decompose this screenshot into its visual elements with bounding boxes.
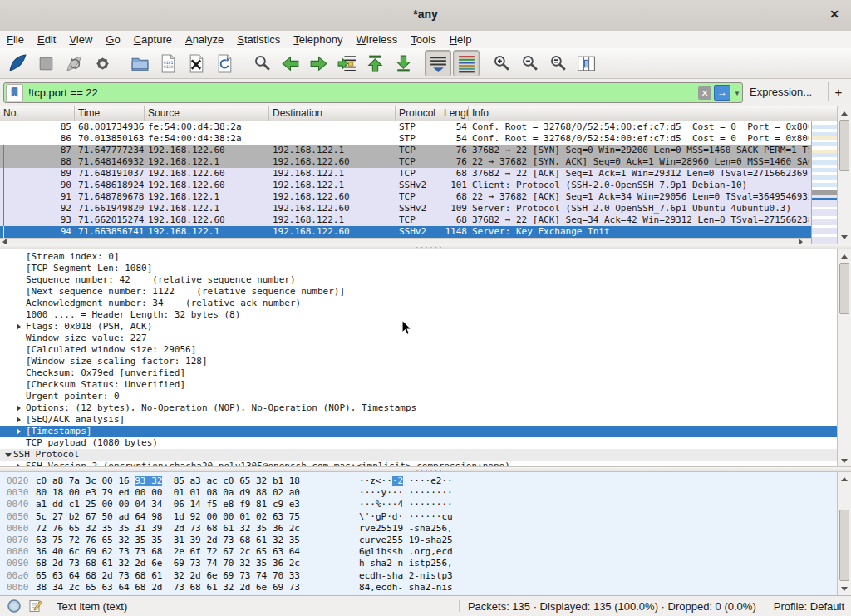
- expression-button[interactable]: Expression...: [750, 86, 812, 98]
- column-header-destination[interactable]: Destination: [269, 106, 396, 121]
- packet-row-94[interactable]: 9471.663856741192.168.122.1192.168.122.6…: [0, 226, 811, 238]
- scroll-down-icon[interactable]: [838, 455, 851, 466]
- packet-row-86[interactable]: 8670.013850163fe:54:00:d4:38:2aSTP54Conf…: [0, 133, 811, 145]
- detail-row-10[interactable]: Checksum: 0x79ed [unverified]: [0, 367, 838, 379]
- menu-help[interactable]: Help: [443, 32, 479, 47]
- menu-telephony[interactable]: Telephony: [287, 32, 349, 47]
- detail-row-11[interactable]: [Checksum Status: Unverified]: [0, 379, 838, 391]
- scroll-down-icon[interactable]: [838, 231, 851, 243]
- packet-row-91[interactable]: 9171.648789678192.168.122.1192.168.122.6…: [0, 191, 811, 203]
- collapsed-arrow-icon[interactable]: [17, 405, 21, 411]
- detail-row-5[interactable]: 1000 .... = Header Length: 32 bytes (8): [0, 309, 838, 321]
- display-filter-box[interactable]: ✕ → ▼: [3, 82, 743, 103]
- collapsed-arrow-icon[interactable]: [17, 428, 21, 435]
- menu-statistics[interactable]: Statistics: [230, 32, 287, 47]
- toolbar-go-to-packet-button[interactable]: [333, 50, 360, 76]
- toolbar-file-open-button[interactable]: [126, 50, 153, 76]
- scrollbar-thumb[interactable]: [839, 510, 849, 581]
- packet-row-93[interactable]: 9371.662015274192.168.122.60192.168.122.…: [0, 214, 811, 226]
- toolbar-go-last-button[interactable]: [390, 50, 416, 76]
- menu-view[interactable]: View: [62, 32, 99, 47]
- toolbar-auto-scroll-button[interactable]: [425, 50, 451, 76]
- expanded-arrow-icon[interactable]: [5, 453, 12, 457]
- menu-tools[interactable]: Tools: [404, 32, 442, 47]
- detail-row-7[interactable]: Window size value: 227: [0, 333, 838, 344]
- toolbar-capture-restart-button[interactable]: [61, 50, 87, 76]
- detail-row-12[interactable]: Urgent pointer: 0: [0, 391, 838, 402]
- toolbar-file-close-button[interactable]: [183, 50, 209, 76]
- toolbar-zoom-out-button[interactable]: [516, 50, 543, 76]
- intelligent-scrollbar-minimap[interactable]: [811, 121, 838, 244]
- detail-row-13[interactable]: Options: (12 bytes), No-Operation (NOP),…: [0, 402, 838, 414]
- menu-analyze[interactable]: Analyze: [179, 32, 230, 47]
- detail-row-1[interactable]: [TCP Segment Len: 1080]: [0, 263, 838, 274]
- bookmark-icon[interactable]: [6, 84, 23, 101]
- expert-info-icon[interactable]: [7, 599, 22, 614]
- detail-row-0[interactable]: [Stream index: 0]: [0, 251, 838, 263]
- toolbar-zoom-in-button[interactable]: [488, 50, 514, 76]
- toolbar-go-first-button[interactable]: [362, 50, 388, 76]
- detail-row-8[interactable]: [Calculated window size: 29056]: [0, 344, 838, 356]
- packet-row-87[interactable]: 8771.647777234192.168.122.60192.168.122.…: [0, 145, 811, 156]
- toolbar-resize-columns-button[interactable]: [573, 50, 599, 76]
- hex-row-0070[interactable]: 007063 75 72 76 65 32 35 35 31 39 2d 73 …: [0, 535, 838, 546]
- hex-row-0090[interactable]: 009068 2d 73 68 61 32 2d 6e 69 73 74 70 …: [0, 558, 838, 569]
- pane-splitter[interactable]: ······: [0, 244, 851, 249]
- toolbar-capture-stop-button[interactable]: [32, 50, 59, 76]
- packet-row-85[interactable]: 8568.001734936fe:54:00:d4:38:2aSTP54Conf…: [0, 121, 811, 133]
- hex-row-0020[interactable]: 0020c0 a8 7a 3c 00 16 93 32 85 a3 ac c0 …: [0, 476, 838, 487]
- filter-input[interactable]: [23, 86, 698, 100]
- capture-comment-icon[interactable]: [28, 599, 43, 614]
- add-filter-button[interactable]: +: [828, 82, 849, 101]
- packet-row-88[interactable]: 8871.648146932192.168.122.1192.168.122.6…: [0, 156, 811, 168]
- menu-file[interactable]: File: [0, 32, 31, 47]
- toolbar-go-back-button[interactable]: [277, 50, 303, 76]
- column-header-info[interactable]: Info: [469, 106, 809, 121]
- scroll-down-icon[interactable]: [838, 583, 851, 594]
- detail-scrollbar[interactable]: [837, 249, 851, 467]
- packet-list-hscrollbar[interactable]: [0, 238, 811, 244]
- hex-row-00a0[interactable]: 00a065 63 64 68 2d 73 68 61 32 2d 6e 69 …: [0, 570, 838, 582]
- packet-row-89[interactable]: 8971.648191037192.168.122.60192.168.122.…: [0, 168, 811, 180]
- column-header-time[interactable]: Time: [75, 106, 145, 121]
- scroll-up-icon[interactable]: [838, 107, 851, 119]
- column-header-length[interactable]: Length: [440, 106, 469, 121]
- filter-dropdown-icon[interactable]: ▼: [732, 85, 742, 101]
- detail-row-2[interactable]: Sequence number: 42 (relative sequence n…: [0, 274, 838, 286]
- hex-row-0050[interactable]: 00505c 27 b2 67 50 ad 64 98 1d 92 00 00 …: [0, 511, 838, 523]
- hex-row-00b0[interactable]: 00b038 34 2c 65 63 64 68 2d 73 68 61 32 …: [0, 582, 838, 594]
- collapsed-arrow-icon[interactable]: [17, 323, 21, 330]
- detail-row-9[interactable]: [Window size scaling factor: 128]: [0, 356, 838, 367]
- hex-row-0030[interactable]: 003080 18 00 e3 79 ed 00 00 01 01 08 0a …: [0, 487, 838, 499]
- toolbar-file-save-button[interactable]: 01010110: [155, 50, 181, 76]
- menu-capture[interactable]: Capture: [127, 32, 179, 47]
- detail-row-4[interactable]: Acknowledgment number: 34 (relative ack …: [0, 298, 838, 309]
- filter-clear-icon[interactable]: ✕: [698, 86, 711, 100]
- detail-row-6[interactable]: Flags: 0x018 (PSH, ACK): [0, 321, 838, 333]
- collapsed-arrow-icon[interactable]: [17, 416, 21, 423]
- column-header-protocol[interactable]: Protocol: [396, 106, 440, 121]
- scroll-up-icon[interactable]: [838, 250, 851, 262]
- detail-row-14[interactable]: [SEQ/ACK analysis]: [0, 414, 838, 426]
- scroll-up-icon[interactable]: [838, 473, 851, 485]
- hex-row-0080[interactable]: 008036 40 6c 69 62 73 73 68 2e 6f 72 67 …: [0, 546, 838, 558]
- filter-apply-icon[interactable]: →: [714, 85, 730, 101]
- detail-row-16[interactable]: TCP payload (1080 bytes): [0, 437, 838, 449]
- menu-edit[interactable]: Edit: [31, 32, 62, 47]
- toolbar-go-forward-button[interactable]: [305, 50, 332, 76]
- close-icon[interactable]: ✕: [829, 7, 839, 21]
- toolbar-capture-start-button[interactable]: [4, 50, 31, 76]
- column-header-no[interactable]: No.: [0, 106, 75, 121]
- toolbar-colorize-button[interactable]: [453, 50, 480, 76]
- toolbar-file-reload-button[interactable]: [211, 50, 238, 76]
- column-header-source[interactable]: Source: [145, 106, 269, 121]
- menu-go[interactable]: Go: [99, 32, 126, 47]
- detail-row-15[interactable]: [Timestamps]: [0, 426, 838, 437]
- hex-row-0040[interactable]: 0040a1 dd c1 25 00 00 04 34 06 14 f5 e8 …: [0, 499, 838, 510]
- hex-row-0060[interactable]: 006072 76 65 32 35 35 31 39 2d 73 68 61 …: [0, 523, 838, 535]
- detail-row-17[interactable]: SSH Protocol: [0, 449, 838, 461]
- scrollbar-thumb[interactable]: [839, 263, 849, 314]
- pane-splitter[interactable]: ······: [0, 466, 851, 472]
- toolbar-find-packet-button[interactable]: [248, 50, 275, 76]
- bytes-scrollbar[interactable]: [837, 472, 851, 595]
